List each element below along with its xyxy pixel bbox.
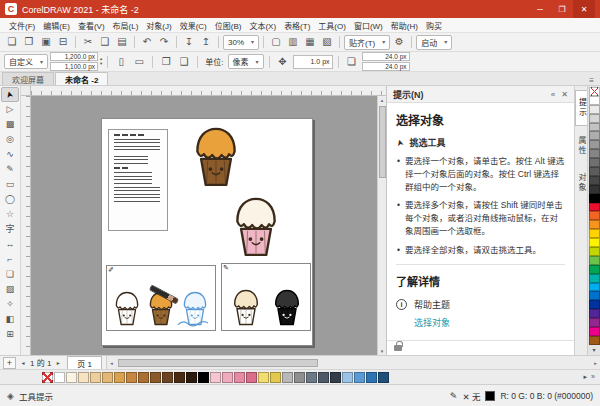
menu-item[interactable]: 帮助(H)	[387, 20, 422, 31]
previous-page-icon[interactable]: ◂	[18, 359, 28, 366]
color-swatch[interactable]	[589, 300, 600, 309]
menu-item[interactable]: 位图(B)	[211, 20, 246, 31]
polygon-tool[interactable]: ☆	[1, 207, 19, 222]
document-tab[interactable]: 欢迎屏幕	[2, 72, 54, 85]
cupcake-object[interactable]	[228, 193, 284, 259]
color-swatch[interactable]	[589, 256, 600, 265]
docker-collapse-icon[interactable]: «	[551, 90, 555, 99]
color-swatch[interactable]	[589, 105, 600, 114]
paste-button[interactable]: ▤	[114, 35, 130, 50]
horizontal-ruler[interactable]	[31, 86, 386, 96]
cupcake-outline-object[interactable]	[111, 289, 143, 327]
color-swatch[interactable]	[90, 372, 101, 383]
options-button[interactable]: ⚙	[391, 35, 407, 50]
color-swatch[interactable]	[150, 372, 161, 383]
print-button[interactable]: ⊟	[55, 35, 71, 50]
mesh-fill-tool[interactable]: ⊞	[1, 327, 19, 342]
menu-item[interactable]: 窗口(W)	[350, 20, 387, 31]
export-button[interactable]: ↥	[198, 35, 214, 50]
vertical-scrollbar[interactable]: ▴ ▾	[377, 96, 386, 355]
cut-button[interactable]: ✂	[80, 35, 96, 50]
artistic-media-tool[interactable]: ✎	[1, 162, 19, 177]
color-swatch[interactable]	[589, 176, 600, 185]
no-color-swatch[interactable]	[589, 87, 600, 96]
page-size-preset-select[interactable]: 自定义 ▾	[4, 54, 48, 69]
color-swatch[interactable]	[222, 372, 233, 383]
all-pages-button[interactable]: ❐	[158, 54, 174, 69]
vertical-ruler[interactable]	[21, 96, 31, 355]
duplicate-y-field[interactable]: 24.0 px	[362, 62, 410, 71]
eyedropper-tool[interactable]: ✧	[1, 297, 19, 312]
color-swatch[interactable]	[174, 372, 185, 383]
shape-tool[interactable]: ▷	[1, 102, 19, 117]
palette-scroll-down-icon[interactable]: ▾	[592, 345, 595, 354]
color-swatch[interactable]	[589, 283, 600, 292]
scroll-down-icon[interactable]: ▾	[381, 347, 384, 355]
current-page-button[interactable]: ❑	[176, 54, 192, 69]
color-swatch[interactable]	[589, 238, 600, 247]
spin-down-icon[interactable]: ▾	[100, 62, 102, 67]
color-swatch[interactable]	[318, 372, 329, 383]
color-swatch[interactable]	[589, 185, 600, 194]
launcher-dropdown[interactable]: 启动▾	[416, 35, 452, 50]
page-width-field[interactable]: 1,200.0 px	[50, 52, 98, 61]
lock-icon[interactable]	[394, 345, 402, 351]
menu-item[interactable]: 文件(F)	[5, 20, 39, 31]
color-swatch[interactable]	[589, 318, 600, 327]
redo-button[interactable]: ↷	[156, 35, 172, 50]
next-page-icon[interactable]: ▸	[53, 359, 63, 366]
color-swatch[interactable]	[354, 372, 365, 383]
save-button[interactable]: ▣	[38, 35, 54, 50]
color-swatch[interactable]	[378, 372, 389, 383]
color-swatch[interactable]	[589, 96, 600, 105]
menu-item[interactable]: 表格(T)	[280, 20, 314, 31]
units-select[interactable]: 像素 ▾	[228, 54, 264, 69]
rectangle-tool[interactable]: ▭	[1, 177, 19, 192]
landscape-button[interactable]: ▭	[131, 54, 147, 69]
ruler-origin-corner[interactable]	[21, 86, 31, 96]
add-page-button[interactable]: +	[3, 357, 16, 369]
color-swatch[interactable]	[186, 372, 197, 383]
drawing-canvas[interactable]: ✐ ✎	[31, 96, 377, 355]
menu-item[interactable]: 对象(J)	[142, 20, 175, 31]
menu-item[interactable]: 工具(O)	[314, 20, 350, 31]
freehand-tool[interactable]: ∿	[1, 147, 19, 162]
color-swatch[interactable]	[589, 229, 600, 238]
color-swatch[interactable]	[589, 194, 600, 203]
sketch-frame-object[interactable]: ✐	[106, 265, 216, 331]
color-swatch[interactable]	[114, 372, 125, 383]
maximize-button[interactable]: ❐	[551, 0, 573, 18]
zoom-tool[interactable]: ◎	[1, 132, 19, 147]
ellipse-tool[interactable]: ◯	[1, 192, 19, 207]
color-swatch[interactable]	[66, 372, 77, 383]
color-swatch[interactable]	[258, 372, 269, 383]
horizontal-scrollbar[interactable]: ◂ ▸	[106, 356, 600, 369]
color-swatch[interactable]	[246, 372, 257, 383]
horizontal-scroll-thumb[interactable]	[118, 359, 317, 367]
no-color-swatch[interactable]	[42, 372, 53, 383]
menu-item[interactable]: 查看(V)	[74, 20, 109, 31]
zoom-level-select[interactable]: 30%▾	[223, 35, 259, 50]
undo-button[interactable]: ↶	[139, 35, 155, 50]
color-swatch[interactable]	[330, 372, 341, 383]
color-swatch[interactable]	[126, 372, 137, 383]
menu-item[interactable]: 文本(X)	[245, 20, 280, 31]
crop-tool[interactable]: ▩	[1, 117, 19, 132]
color-swatch[interactable]	[138, 372, 149, 383]
color-swatch[interactable]	[589, 203, 600, 212]
menu-item[interactable]: 效果(C)	[176, 20, 211, 31]
color-swatch[interactable]	[589, 247, 600, 256]
color-swatch[interactable]	[589, 211, 600, 220]
color-swatch[interactable]	[589, 123, 600, 132]
color-swatch[interactable]	[589, 149, 600, 158]
open-button[interactable]: ❒	[21, 35, 37, 50]
color-swatch[interactable]	[589, 327, 600, 336]
notes-panel-object[interactable]	[108, 129, 168, 231]
blue-scribble-object[interactable]	[175, 318, 211, 328]
page-height-field[interactable]: 1,100.0 px	[50, 62, 98, 71]
scroll-left-icon[interactable]: ◂	[107, 360, 116, 366]
fullscreen-preview-button[interactable]: ▢	[268, 35, 284, 50]
cupcake-outline-object[interactable]	[229, 287, 263, 327]
portrait-button[interactable]: ▯	[113, 54, 129, 69]
docker-close-icon[interactable]: ✕	[561, 90, 568, 99]
